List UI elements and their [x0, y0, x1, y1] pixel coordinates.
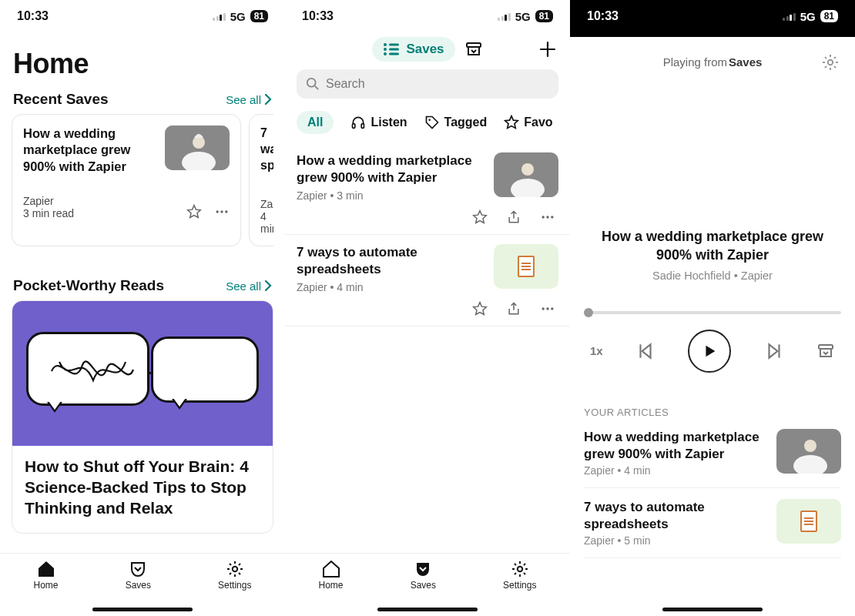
- nav-settings[interactable]: Settings: [503, 560, 536, 591]
- archive-button[interactable]: [816, 342, 835, 360]
- card-thumbnail: [165, 126, 230, 170]
- filter-tagged[interactable]: Tagged: [424, 115, 488, 130]
- search-input[interactable]: Search: [297, 69, 558, 99]
- nav-home[interactable]: Home: [319, 560, 344, 591]
- svg-rect-17: [353, 124, 355, 129]
- filter-label: Favo: [524, 116, 552, 129]
- card-title: sprea: [260, 158, 273, 174]
- recent-saves-carousel[interactable]: How a wedding marketplace grew 900% with…: [12, 114, 273, 246]
- pocket-worthy-card[interactable]: How to Shut off Your Brain: 4 Science-Ba…: [12, 300, 273, 534]
- nav-settings[interactable]: Settings: [218, 560, 251, 591]
- svg-point-34: [804, 440, 816, 452]
- nav-saves[interactable]: Saves: [126, 560, 151, 591]
- player-settings-button[interactable]: [821, 53, 840, 72]
- page-title: Home: [13, 48, 273, 80]
- archive-icon: [464, 40, 483, 59]
- now-playing-byline: Sadie Hochfield • Zapier: [584, 270, 841, 282]
- nav-label: Settings: [503, 580, 536, 591]
- home-indicator[interactable]: [92, 608, 193, 611]
- pocket-icon: [414, 560, 432, 578]
- filter-listen[interactable]: Listen: [350, 115, 407, 130]
- home-indicator[interactable]: [662, 608, 763, 611]
- more-button[interactable]: [540, 301, 555, 316]
- more-button[interactable]: [214, 204, 230, 219]
- nav-label: Settings: [218, 580, 251, 591]
- battery-icon: 81: [535, 10, 553, 22]
- star-icon: [186, 204, 202, 219]
- more-horizontal-icon: [214, 204, 230, 219]
- status-right: 5G 81: [213, 10, 268, 23]
- nav-home[interactable]: Home: [34, 560, 59, 591]
- filter-all[interactable]: All: [297, 111, 334, 134]
- archive-tab[interactable]: [464, 40, 483, 59]
- now-playing-title: How a wedding marketplace grew 900% with…: [584, 227, 841, 265]
- next-button[interactable]: [764, 341, 784, 361]
- favorite-button[interactable]: [472, 209, 488, 225]
- item-title: How a wedding marketplace grew 900% with…: [584, 429, 767, 463]
- more-button[interactable]: [540, 209, 555, 225]
- previous-icon: [635, 341, 656, 361]
- item-thumbnail: [776, 499, 841, 544]
- list-icon: [383, 42, 400, 56]
- recent-see-all-link[interactable]: See all: [226, 93, 272, 106]
- status-bar: 10:33 5G 81: [0, 0, 285, 32]
- svg-point-24: [546, 216, 548, 219]
- saves-tab[interactable]: Saves: [372, 37, 454, 62]
- home-indicator[interactable]: [377, 608, 478, 611]
- card-source: Zapi: [260, 198, 273, 210]
- status-bar: 10:33 5G 81: [570, 0, 855, 32]
- search-placeholder: Search: [326, 77, 365, 91]
- share-button[interactable]: [506, 301, 521, 316]
- chevron-right-icon: [264, 280, 272, 291]
- play-button[interactable]: [688, 330, 731, 373]
- worthy-see-all-link[interactable]: See all: [226, 280, 272, 293]
- item-title: 7 ways to automate spreadsheets: [584, 499, 767, 533]
- favorite-button[interactable]: [186, 204, 202, 219]
- svg-rect-14: [389, 53, 399, 55]
- status-bar: 10:33 5G 81: [285, 0, 570, 32]
- share-button[interactable]: [506, 209, 521, 225]
- nav-label: Home: [34, 580, 59, 591]
- status-right: 5G 81: [783, 10, 838, 23]
- svg-point-27: [546, 308, 548, 310]
- recent-save-card-partial[interactable]: 7 way sprea Zapi 4 min: [249, 114, 273, 246]
- play-icon: [701, 343, 718, 360]
- previous-button[interactable]: [635, 341, 656, 361]
- spreadsheet-thumb-icon: [494, 244, 558, 289]
- wedding-thumb-icon: [165, 126, 230, 170]
- recent-save-card[interactable]: How a wedding marketplace grew 900% with…: [12, 114, 241, 246]
- item-meta: Zapier • 4 min: [297, 281, 484, 293]
- queue-item[interactable]: 7 ways to automate spreadsheets Zapier •…: [584, 488, 841, 558]
- playback-speed-button[interactable]: 1x: [590, 344, 603, 357]
- queue-item[interactable]: How a wedding marketplace grew 900% with…: [584, 418, 841, 488]
- player-heading: Playing from Saves: [584, 40, 841, 73]
- see-all-label: See all: [226, 280, 261, 293]
- svg-point-3: [193, 136, 205, 149]
- svg-point-10: [384, 48, 387, 51]
- item-thumbnail: [494, 244, 558, 289]
- nav-saves[interactable]: Saves: [411, 560, 436, 591]
- add-button[interactable]: [539, 41, 556, 58]
- svg-rect-15: [467, 43, 481, 47]
- status-network: 5G: [515, 10, 531, 23]
- save-item[interactable]: 7 ways to automate spreadsheets Zapier •…: [285, 235, 570, 326]
- favorite-button[interactable]: [472, 301, 488, 316]
- star-icon: [472, 209, 488, 225]
- filter-favorites[interactable]: Favo: [504, 115, 552, 130]
- bottom-nav: Home Saves Settings: [0, 553, 285, 616]
- filter-bar[interactable]: All Listen Tagged Favo: [285, 99, 570, 143]
- nav-label: Saves: [411, 580, 436, 591]
- svg-point-22: [521, 163, 534, 176]
- svg-point-6: [220, 211, 223, 213]
- svg-point-28: [551, 308, 553, 310]
- svg-point-26: [542, 308, 545, 310]
- svg-point-29: [518, 567, 522, 571]
- battery-icon: 81: [250, 10, 268, 22]
- progress-thumb-icon[interactable]: [584, 308, 593, 317]
- home-icon: [36, 560, 56, 578]
- playing-from-source: Saves: [729, 55, 762, 69]
- progress-slider[interactable]: [584, 311, 841, 314]
- svg-point-25: [551, 216, 553, 219]
- save-item[interactable]: How a wedding marketplace grew 900% with…: [285, 143, 570, 235]
- signal-bars-icon: [783, 12, 796, 21]
